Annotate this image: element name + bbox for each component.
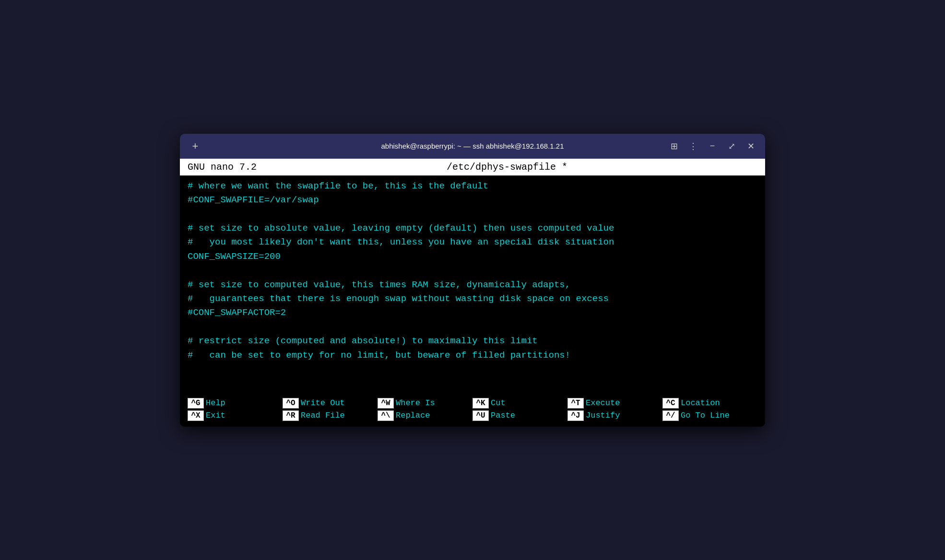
editor-line-2: #CONF_SWAPFILE=/var/swap <box>188 193 757 207</box>
shortcut-location[interactable]: ^C Location <box>662 398 757 408</box>
shortcut-execute[interactable]: ^T Execute <box>567 398 662 408</box>
shortcut-label-read-file: Read File <box>301 411 345 420</box>
shortcut-where-is[interactable]: ^W Where Is <box>378 398 472 408</box>
editor-line-5: # you most likely don't want this, unles… <box>188 235 757 249</box>
shortcut-label-justify: Justify <box>586 411 620 420</box>
terminal-window: + abhishek@raspberrypi: ~ — ssh abhishek… <box>180 134 765 427</box>
shortcut-label-write-out: Write Out <box>301 398 345 408</box>
shortcut-replace[interactable]: ^\ Replace <box>378 410 472 421</box>
shortcut-go-to-line[interactable]: ^/ Go To Line <box>662 410 757 421</box>
shortcut-key-execute: ^T <box>567 398 584 408</box>
shortcut-label-where-is: Where Is <box>396 398 435 408</box>
shortcut-key-write-out: ^O <box>283 398 299 408</box>
nano-version: GNU nano 7.2 <box>188 162 257 173</box>
editor-line-4: # set size to absolute value, leaving em… <box>188 222 757 235</box>
editor-line-1: # where we want the swapfile to be, this… <box>188 179 757 193</box>
editor-line-7 <box>188 264 757 278</box>
nano-header: GNU nano 7.2 /etc/dphys-swapfile * <box>180 159 765 175</box>
shortcut-key-paste: ^U <box>472 410 489 421</box>
shortcut-label-go-to-line: Go To Line <box>681 411 730 420</box>
nano-filename: /etc/dphys-swapfile * <box>257 162 757 173</box>
shortcut-label-paste: Paste <box>491 411 515 420</box>
shortcut-label-help: Help <box>206 398 225 408</box>
shortcut-key-help: ^G <box>188 398 204 408</box>
shortcut-label-replace: Replace <box>396 411 430 420</box>
editor-line-8: # set size to computed value, this times… <box>188 278 757 292</box>
shortcut-help[interactable]: ^G Help <box>188 398 283 408</box>
menu-button[interactable]: ⋮ <box>686 140 700 153</box>
title-bar: + abhishek@raspberrypi: ~ — ssh abhishek… <box>180 134 765 159</box>
shortcut-key-go-to-line: ^/ <box>662 410 679 421</box>
shortcut-key-location: ^C <box>662 398 679 408</box>
editor-line-11 <box>188 320 757 334</box>
editor-area[interactable]: # where we want the swapfile to be, this… <box>180 175 765 396</box>
shortcut-label-execute: Execute <box>586 398 620 408</box>
shortcut-label-exit: Exit <box>206 411 225 420</box>
close-button[interactable]: ✕ <box>744 140 757 153</box>
minimize-button[interactable]: − <box>706 140 719 153</box>
shortcut-paste[interactable]: ^U Paste <box>472 410 567 421</box>
shortcut-key-replace: ^\ <box>378 410 394 421</box>
shortcut-label-cut: Cut <box>491 398 506 408</box>
editor-line-13: # can be set to empty for no limit, but … <box>188 349 757 362</box>
shortcut-read-file[interactable]: ^R Read File <box>283 410 378 421</box>
shortcut-exit[interactable]: ^X Exit <box>188 410 283 421</box>
shortcut-key-read-file: ^R <box>283 410 299 421</box>
shortcut-key-cut: ^K <box>472 398 489 408</box>
shortcut-cut[interactable]: ^K Cut <box>472 398 567 408</box>
grid-button[interactable]: ⊞ <box>667 140 681 153</box>
editor-line-9: # guarantees that there is enough swap w… <box>188 292 757 306</box>
shortcut-key-justify: ^J <box>567 410 584 421</box>
window-title: abhishek@raspberrypi: ~ — ssh abhishek@1… <box>381 142 564 150</box>
shortcut-key-where-is: ^W <box>378 398 394 408</box>
shortcuts-bar: ^G Help ^O Write Out ^W Where Is ^K Cut … <box>180 396 765 427</box>
editor-line-6: CONF_SWAPSIZE=200 <box>188 250 757 264</box>
editor-line-3 <box>188 207 757 221</box>
maximize-button[interactable]: ⤢ <box>725 140 738 153</box>
shortcut-key-exit: ^X <box>188 410 204 421</box>
shortcut-write-out[interactable]: ^O Write Out <box>283 398 378 408</box>
shortcut-label-location: Location <box>681 398 720 408</box>
shortcut-justify[interactable]: ^J Justify <box>567 410 662 421</box>
new-tab-button[interactable]: + <box>188 139 203 154</box>
editor-line-12: # restrict size (computed and absolute!)… <box>188 334 757 348</box>
editor-line-10: #CONF_SWAPFACTOR=2 <box>188 306 757 320</box>
